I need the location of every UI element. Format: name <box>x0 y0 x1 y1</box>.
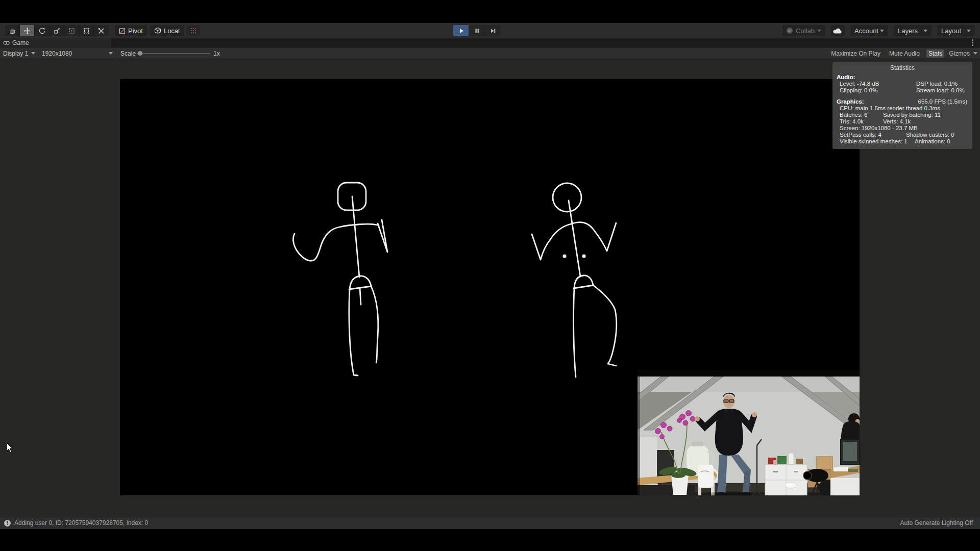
pivot-toggle-button[interactable]: Pivot <box>115 25 147 36</box>
statistics-panel: Statistics Audio: Level: -74.8 dB DSP lo… <box>832 62 972 149</box>
rect-icon <box>68 27 76 35</box>
play-icon <box>457 27 465 35</box>
stickman-right <box>532 183 617 377</box>
local-label: Local <box>164 27 180 35</box>
scale-slider-knob[interactable] <box>138 51 142 56</box>
tab-game[interactable]: Game <box>0 38 111 47</box>
step-icon <box>489 27 497 35</box>
layout-dropdown[interactable]: Layout <box>937 25 975 36</box>
move-tool-button[interactable] <box>20 25 35 36</box>
kebab-menu-icon <box>972 39 973 41</box>
graphics-row-cpu: CPU: main 1.5ms render thread 0.3ms <box>832 105 972 112</box>
layout-label: Layout <box>941 27 961 35</box>
transform-tool-button[interactable] <box>79 25 94 36</box>
cloud-icon <box>832 27 843 34</box>
auto-generate-lighting-toggle[interactable]: Auto Generate Lighting Off <box>900 517 973 529</box>
fps-value: 655.0 FPS (1.5ms) <box>918 98 967 105</box>
transform-icon <box>83 27 90 35</box>
scale-label: Scale <box>120 48 136 59</box>
audio-row-2: Clipping: 0.0% Stream load: 0.0% <box>832 87 972 94</box>
layers-dropdown[interactable]: Layers <box>894 25 932 36</box>
display-caret-icon <box>31 52 35 55</box>
rotate-icon <box>38 27 46 35</box>
graphics-row-skinned: Visible skinned meshes: 1 Animations: 0 <box>832 138 972 145</box>
scale-slider[interactable] <box>137 53 210 54</box>
mute-audio-button[interactable]: Mute Audio <box>887 49 922 58</box>
scale-icon <box>53 27 61 35</box>
resolution-caret-icon <box>109 52 113 55</box>
status-bar: ! Adding user 0, ID: 72057594037928705, … <box>0 517 980 529</box>
audio-heading: Audio: <box>832 74 972 81</box>
graphics-row-tris: Tris: 4.0k Verts: 4.1k <box>832 118 972 125</box>
pivot-label: Pivot <box>128 27 143 35</box>
playmode-controls <box>453 25 501 36</box>
rect-tool-button[interactable] <box>64 25 79 36</box>
account-caret-icon <box>880 30 884 32</box>
main-toolbar: Pivot Local <box>0 23 980 38</box>
game-view-tabbar: Game <box>0 38 980 47</box>
cloud-services-button[interactable] <box>830 25 845 36</box>
pivot-icon <box>119 27 126 34</box>
gizmos-caret-icon <box>973 52 977 55</box>
maximize-on-play-button[interactable]: Maximize On Play <box>829 49 883 58</box>
collab-check-icon <box>786 27 793 34</box>
layers-caret-icon <box>923 30 927 32</box>
toolbar-right-group: Collab Account Layers Layout <box>782 25 975 36</box>
panel-menu-button[interactable] <box>970 39 975 47</box>
webcam-scene <box>638 370 860 495</box>
pause-button[interactable] <box>469 25 485 36</box>
graphics-row-setpass: SetPass calls: 4 Shadow casters: 0 <box>832 132 972 138</box>
scale-tool-button[interactable] <box>50 25 64 36</box>
hand-tool-button[interactable] <box>5 25 20 36</box>
display-dropdown[interactable]: Display 1 <box>0 48 39 59</box>
resolution-dropdown[interactable]: 980x551 <box>39 48 116 59</box>
play-button[interactable] <box>453 25 469 36</box>
wrench-icon <box>97 27 105 35</box>
transform-tools <box>5 25 109 36</box>
hand-icon <box>9 27 16 35</box>
game-control-bar: Display 1 980x551 Scale 1x Maximize On… <box>0 47 980 58</box>
rotate-tool-button[interactable] <box>35 25 50 36</box>
statistics-title: Statistics <box>832 65 972 71</box>
graphics-heading: Graphics: <box>837 98 864 105</box>
account-dropdown[interactable]: Account <box>850 25 888 36</box>
resolution-value: 980x551 <box>42 50 72 57</box>
layers-label: Layers <box>898 27 918 35</box>
grid-snap-icon <box>190 27 197 34</box>
audio-row-1: Level: -74.8 dB DSP load: 0.1% <box>832 81 972 87</box>
collab-caret-icon <box>817 30 821 32</box>
collab-label: Collab <box>796 27 815 35</box>
collab-button[interactable]: Collab <box>782 25 825 36</box>
account-label: Account <box>854 27 878 35</box>
console-message-icon: ! <box>4 520 11 527</box>
pause-icon <box>473 27 481 35</box>
move-icon <box>23 27 31 35</box>
stickman-left <box>293 183 387 375</box>
custom-tools-button[interactable] <box>94 25 109 36</box>
layout-caret-icon <box>967 30 971 32</box>
graphics-row-screen: Screen: 980x551 - 23.7 MB <box>832 125 972 132</box>
console-status-message[interactable]: Adding user 0, ID: 72057594037928705, In… <box>14 517 148 529</box>
mouse-cursor <box>6 442 14 454</box>
handle-toggles: Pivot Local <box>115 25 200 36</box>
scale-value: 1x <box>213 48 220 59</box>
game-view-panel: Statistics Audio: Level: -74.8 dB DSP lo… <box>0 58 980 517</box>
step-button[interactable] <box>485 25 501 36</box>
tab-game-label: Game <box>12 39 29 46</box>
stats-button[interactable]: Stats <box>926 49 944 58</box>
local-toggle-button[interactable]: Local <box>150 25 184 36</box>
gizmos-label: Gizmos <box>949 50 970 57</box>
graphics-heading-row: Graphics: 655.0 FPS (1.5ms) <box>832 98 972 105</box>
game-viewport[interactable] <box>120 79 860 495</box>
display-label: Display 1 <box>3 50 28 57</box>
graphics-row-batches: Batches: 6 Saved by batching: 11 <box>832 112 972 118</box>
game-view-icon <box>3 40 10 45</box>
snap-settings-button[interactable] <box>187 25 200 36</box>
game-view-options: Maximize On Play Mute Audio Stats Gizmos <box>829 48 977 59</box>
stickman-right-chest-dots <box>562 254 585 258</box>
local-cube-icon <box>154 27 161 34</box>
webcam-video-overlay <box>638 370 860 495</box>
gizmos-dropdown[interactable]: Gizmos <box>949 50 977 57</box>
